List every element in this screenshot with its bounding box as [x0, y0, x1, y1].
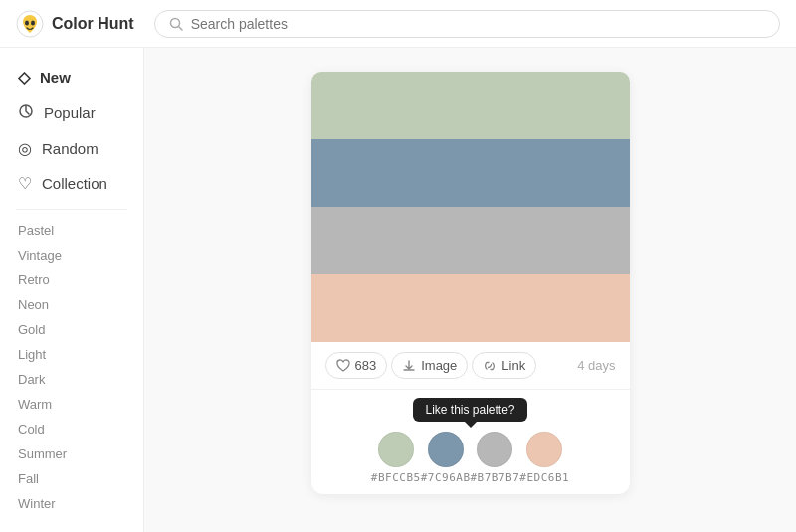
sidebar-item-random[interactable]: ◎ Random — [0, 131, 143, 166]
color-info-3[interactable]: #B7B7B7 — [471, 432, 520, 484]
swatch-3[interactable] — [311, 207, 630, 274]
diamond-icon: ◇ — [18, 70, 30, 86]
tag-fall[interactable]: Fall — [0, 466, 143, 491]
tag-dark[interactable]: Dark — [0, 367, 143, 392]
logo-icon — [16, 10, 44, 38]
heart-outline-icon: ♡ — [18, 176, 32, 192]
image-button[interactable]: Image — [391, 352, 468, 379]
tooltip-text: Like this palette? — [425, 403, 514, 417]
days-label: 4 days — [577, 358, 615, 373]
color-info-4[interactable]: #EDC6B1 — [519, 432, 569, 484]
tooltip-area: Like this palette? #BFCCB5 #7C96AB #B7B7… — [311, 390, 630, 494]
tag-winter[interactable]: Winter — [0, 491, 143, 516]
color-circle-2[interactable] — [428, 432, 464, 467]
palette-actions: 683 Image Link 4 d — [311, 342, 630, 390]
tag-gold[interactable]: Gold — [0, 317, 143, 342]
hex-label-4: #EDC6B1 — [519, 471, 569, 484]
image-label: Image — [421, 358, 457, 373]
search-input[interactable] — [191, 16, 765, 32]
hex-label-2: #7C96AB — [421, 471, 471, 484]
palette-swatches — [311, 72, 630, 342]
nav-label-popular: Popular — [44, 104, 96, 121]
header: Color Hunt — [0, 0, 796, 48]
tag-light[interactable]: Light — [0, 342, 143, 367]
tag-pastel[interactable]: Pastel — [0, 218, 143, 243]
content-area: 683 Image Link 4 d — [144, 48, 796, 532]
sidebar-item-collection[interactable]: ♡ Collection — [0, 166, 143, 201]
nav-label-new: New — [40, 69, 71, 86]
swatch-4[interactable] — [311, 274, 630, 342]
search-icon — [169, 17, 183, 31]
tag-warm[interactable]: Warm — [0, 392, 143, 417]
like-button[interactable]: 683 — [325, 352, 388, 379]
tag-vintage[interactable]: Vintage — [0, 243, 143, 267]
svg-point-2 — [31, 20, 35, 25]
color-circles: #BFCCB5 #7C96AB #B7B7B7 #EDC6B1 — [357, 432, 583, 490]
nav-label-collection: Collection — [42, 175, 107, 192]
random-icon: ◎ — [18, 141, 32, 157]
swatch-1[interactable] — [311, 72, 630, 139]
hex-label-1: #BFCCB5 — [371, 471, 421, 484]
main-layout: ◇ New Popular ◎ Random ♡ Collection Past… — [0, 48, 796, 532]
color-info-1[interactable]: #BFCCB5 — [371, 432, 421, 484]
nav-label-random: Random — [42, 140, 99, 157]
tag-cold[interactable]: Cold — [0, 417, 143, 442]
link-button[interactable]: Link — [472, 352, 536, 379]
download-icon — [402, 359, 416, 373]
tag-neon[interactable]: Neon — [0, 292, 143, 317]
tag-summer[interactable]: Summer — [0, 442, 143, 466]
sidebar-item-new[interactable]: ◇ New — [0, 60, 143, 94]
logo-area: Color Hunt — [16, 10, 134, 38]
color-circle-4[interactable] — [526, 432, 562, 467]
popular-icon — [18, 103, 34, 122]
like-count: 683 — [355, 358, 377, 373]
palette-card: 683 Image Link 4 d — [311, 72, 630, 494]
heart-icon — [336, 359, 350, 373]
sidebar: ◇ New Popular ◎ Random ♡ Collection Past… — [0, 48, 144, 532]
color-circle-1[interactable] — [378, 432, 414, 467]
svg-point-1 — [25, 20, 29, 25]
sidebar-divider — [16, 209, 127, 210]
tag-retro[interactable]: Retro — [0, 267, 143, 292]
color-circle-3[interactable] — [477, 432, 512, 467]
svg-line-4 — [178, 26, 182, 30]
logo-text: Color Hunt — [52, 15, 134, 33]
link-icon — [483, 359, 497, 373]
sidebar-item-popular[interactable]: Popular — [0, 94, 143, 131]
color-info-2[interactable]: #7C96AB — [421, 432, 471, 484]
search-bar[interactable] — [154, 10, 780, 38]
hex-label-3: #B7B7B7 — [471, 471, 520, 484]
tooltip-bubble: Like this palette? — [413, 398, 526, 422]
swatch-2[interactable] — [311, 139, 630, 207]
link-label: Link — [501, 358, 525, 373]
